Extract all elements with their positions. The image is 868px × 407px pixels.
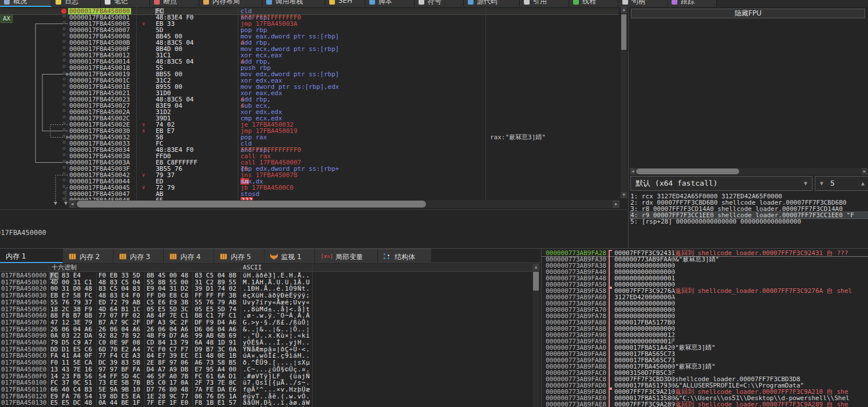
call-stack-icon <box>266 0 272 5</box>
bp-dot-icon[interactable] <box>62 84 66 87</box>
hex-column-header: 十六进制 <box>52 264 77 271</box>
dump-hex-group: FC 48 83 E4 <box>50 272 81 279</box>
main-tab-notes[interactable]: 笔记 <box>101 0 150 7</box>
fastcall-arg-row[interactable]: 2: rdx 00007FF7F3CBD6B0 shellcode_loader… <box>630 199 868 206</box>
main-tab-cpu[interactable]: 概况 <box>0 0 52 7</box>
dump-tab-6[interactable]: 监视 1 <box>265 249 315 263</box>
main-tab-references[interactable]: 引用 <box>520 0 569 7</box>
fastcall-arg-row[interactable]: 5: [rsp+28] 0000000000000000 00000000000… <box>630 218 868 225</box>
main-tab-script[interactable]: 脚本 <box>365 0 415 7</box>
dump-vscroll-thumb[interactable] <box>533 272 539 291</box>
breakpoints-icon <box>154 0 160 5</box>
bp-dot-icon[interactable] <box>62 115 66 119</box>
scroll-right-icon[interactable]: ▶ <box>613 200 620 208</box>
bp-dot-icon[interactable] <box>62 197 66 201</box>
disasm-comment: rax:"蔌冧恴3]娋" <box>490 134 546 140</box>
bp-dot-icon[interactable] <box>62 109 66 112</box>
scroll-up-icon[interactable]: ▲ <box>532 264 539 271</box>
bp-dot-icon[interactable] <box>62 14 66 18</box>
log-icon <box>56 0 61 5</box>
bp-dot-icon[interactable] <box>62 27 66 30</box>
dump-hex-group: D4 A7 A9 DB <box>147 366 188 373</box>
disasm-hscroll-thumb[interactable] <box>77 201 426 208</box>
dump-tab-5[interactable]: 内存 5 <box>214 249 265 263</box>
dump-tab-4[interactable]: 内存 4 <box>164 249 214 263</box>
scroll-left-icon[interactable]: ◀ <box>69 200 76 208</box>
fastcall-arg-row[interactable]: 4: r9 00007FF7F3CC1EE0 shellcode_loader.… <box>630 212 868 218</box>
main-tab-memory-map[interactable]: 内存布局 <box>199 0 262 7</box>
bp-dot-icon[interactable] <box>62 90 66 93</box>
dump-hex-group: DF A3 9C 2F <box>147 319 188 326</box>
bp-dot-icon[interactable] <box>62 134 66 138</box>
stack-row[interactable]: 000000773AB9FAE800007FF7F3C9A289返回到 shel… <box>542 401 868 407</box>
dump-row[interactable]: 017FBA45007047 12 3E 79B7 A7 9C 2FDF A3 … <box>0 319 532 326</box>
main-tab-threads[interactable]: 线程 <box>569 0 618 7</box>
dump-tab-8[interactable]: 结构体 <box>378 249 432 263</box>
dump-row[interactable]: 017FBA4500E013 43 7E 1697 97 BF FAD4 A7 … <box>0 366 532 373</box>
dump-ascii: yÕÉ§À...Í..yjH.. <box>243 339 310 346</box>
dump-tab-1[interactable]: 内存 1 <box>0 249 63 263</box>
dump-ascii: G.>y·§./ß£./ßùÔ¦ <box>243 319 310 326</box>
dump-tab-3[interactable]: 内存 3 <box>113 249 164 263</box>
main-tab-source[interactable]: 源代码 <box>464 0 520 7</box>
bp-dot-icon[interactable] <box>62 52 66 56</box>
bp-dot-icon[interactable] <box>62 65 66 68</box>
dump-address: 017FBA450070 <box>1 319 46 326</box>
info-box: 017FBA450000 <box>0 209 628 248</box>
main-tab-log[interactable]: 日志 <box>52 0 101 7</box>
registers-hscroll-thumb[interactable] <box>636 169 739 174</box>
bp-dot-icon[interactable] <box>62 128 66 131</box>
dump-row[interactable]: 017FBA45004055 76 79 37ED 72 79 ABC5 E6 … <box>0 299 532 306</box>
bp-dot-icon[interactable] <box>62 40 66 43</box>
main-tab-breakpoints[interactable]: 断点 <box>150 0 199 7</box>
scroll-right-icon[interactable]: ▶ <box>862 168 867 175</box>
bp-dot-icon[interactable] <box>62 191 66 194</box>
bp-dot-icon[interactable] <box>62 77 66 81</box>
main-tab-symbols[interactable]: 符号 <box>415 0 464 7</box>
dump-tab-2[interactable]: 内存 2 <box>63 249 113 263</box>
hide-fpu-button[interactable]: 隐藏FPU <box>631 9 865 18</box>
bp-dot-icon[interactable] <box>62 140 66 144</box>
bp-dot-icon[interactable] <box>62 96 66 100</box>
stack-value: 00007FF7F3C9A289 <box>614 401 675 407</box>
dump-row[interactable]: 017FBA45011066 40 C4 B35E 9A 9B 10D7 76 … <box>0 386 532 393</box>
breakpoint-icon[interactable] <box>61 9 66 14</box>
arg-count-spinner[interactable]: ▼ 5 ▲ <box>815 176 868 191</box>
bp-dot-icon[interactable] <box>62 159 66 163</box>
bp-dot-icon[interactable] <box>62 122 66 125</box>
main-tab-call-stack[interactable]: 调用堆栈 <box>262 0 325 7</box>
bp-dot-icon[interactable] <box>62 21 66 24</box>
column-divider <box>136 7 137 202</box>
references-icon <box>524 0 530 5</box>
main-tab-handles[interactable]: 句柄 <box>618 0 668 7</box>
main-tab-trace[interactable]: 跟踪 <box>668 0 717 7</box>
bp-dot-icon[interactable] <box>62 172 66 175</box>
stack-frame-bracket <box>609 338 612 345</box>
bp-dot-icon[interactable] <box>62 185 66 188</box>
info-address: 017FBA450000 <box>0 229 46 237</box>
calling-convention-select[interactable]: 默认 (x64 fastcall) ▼ <box>630 176 812 191</box>
stack-comment: 返回到 shellcode_loader.00007FF7F3C9A289 自 … <box>675 401 848 407</box>
bp-dot-icon[interactable] <box>62 166 66 169</box>
dump-row[interactable]: 017FBA450000FC 48 83 E4F0 EB 33 5D8B 45 … <box>0 272 532 279</box>
bp-dot-icon[interactable] <box>62 178 66 182</box>
scroll-left-icon[interactable]: ◀ <box>630 168 636 175</box>
bp-dot-icon[interactable] <box>62 58 66 62</box>
bp-dot-icon[interactable] <box>62 103 66 106</box>
bp-dot-icon[interactable] <box>62 153 66 156</box>
bp-dot-icon[interactable] <box>62 71 66 75</box>
main-tab-seh[interactable]: SEH <box>325 0 365 7</box>
dump-tab-7[interactable]: [x=]局部变量 <box>315 249 378 263</box>
fastcall-arg-row[interactable]: 3: r8 00007FF7F3CD14A0 shellcode_loader.… <box>630 206 868 212</box>
bp-dot-icon[interactable] <box>62 33 66 37</box>
scroll-down-icon[interactable]: ▼ <box>621 192 627 198</box>
bp-dot-icon[interactable] <box>62 147 66 150</box>
main-tab-label: 概况 <box>13 0 27 6</box>
bp-dot-icon[interactable] <box>62 46 66 49</box>
fastcall-arg-row[interactable]: 1: rcx 3127ED42A65F0000 3127ED42A65F0000 <box>630 193 868 199</box>
main-tab-bar: 概况日志笔记断点内存布局调用堆栈SEH脚本符号源代码引用线程句柄跟踪 <box>0 0 868 7</box>
disasm-vscroll-thumb[interactable] <box>621 14 626 50</box>
dump-row[interactable]: 017FBA4500A079 D5 C9 A7C0 0E 9F 08CD 84 … <box>0 339 532 346</box>
scroll-up-icon[interactable]: ▲ <box>621 7 627 13</box>
dump-ascii: .C~...¿ûÔ§©Ûç.¤. <box>243 366 310 373</box>
